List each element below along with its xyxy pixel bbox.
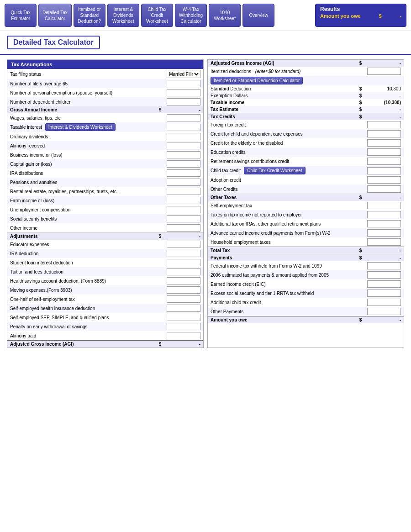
results-value: - xyxy=(400,13,401,19)
other-payments-input[interactable] xyxy=(367,308,401,315)
ira-ded-input[interactable] xyxy=(167,250,200,257)
se-sep-input[interactable] xyxy=(167,314,200,321)
interest-dividends-btn[interactable]: Interest & Dividends Worksheet xyxy=(45,123,116,131)
child-tax-credit-input[interactable] xyxy=(367,167,401,174)
itemized-standard-btn[interactable]: Itemized or Standard Deduction Calculato… xyxy=(211,77,303,84)
ordinary-div-input[interactable] xyxy=(167,133,200,140)
self-employ-tax-input[interactable] xyxy=(367,202,401,209)
standard-ded-value: 10,300 xyxy=(364,85,404,92)
right-agi-value: - xyxy=(364,60,404,67)
adjustments-value: - xyxy=(164,233,203,240)
hsa-label: Health savings account deduction. (Form … xyxy=(7,276,144,285)
self-employ-tax-label: Self-employment tax xyxy=(208,201,345,210)
additional-ira-label: Additional tax on IRAs, other qualified … xyxy=(208,219,345,228)
taxable-interest-input[interactable] xyxy=(167,124,200,131)
other-income-input[interactable] xyxy=(167,224,200,232)
farm-label: Farm income or (loss) xyxy=(7,196,144,205)
tip-income-input[interactable] xyxy=(367,211,401,218)
advance-eic-input[interactable] xyxy=(367,229,401,237)
tab-1040[interactable]: 1040 Worksheet xyxy=(209,4,241,27)
social-security-label: Social security benefits xyxy=(7,214,144,223)
filing-status-select[interactable]: Married Filing Jointly xyxy=(167,70,200,78)
business-income-label: Business income or (loss) xyxy=(7,150,144,159)
farm-input[interactable] xyxy=(167,197,200,204)
alimony-rcv-label: Alimony received xyxy=(7,141,144,150)
payments-header: Payments xyxy=(208,254,345,262)
dependents-input[interactable] xyxy=(167,98,200,105)
tab-w4[interactable]: W-4 Tax Withholding Calculator xyxy=(175,4,207,27)
other-taxes-dollar: $ xyxy=(345,194,364,201)
excess-ss-label: Excess social security and tier 1 RRTA t… xyxy=(208,289,345,298)
taxable-income-dollar: $ xyxy=(345,99,364,106)
child-tax-credit-btn[interactable]: Child Tax Credit Worksheet xyxy=(244,167,306,174)
unemployment-input[interactable] xyxy=(167,206,200,213)
social-security-input[interactable] xyxy=(167,215,200,222)
advance-eic-label: Advance earned income credit payments fr… xyxy=(208,228,345,237)
tab-interest[interactable]: Interest & Dividends Worksheet xyxy=(107,4,139,27)
dependents-label: Number of dependent children xyxy=(7,97,144,106)
child-dep-care-input[interactable] xyxy=(367,130,401,137)
household-emp-input[interactable] xyxy=(367,238,401,246)
tuition-input[interactable] xyxy=(167,268,200,275)
tab-child-tax[interactable]: Child Tax Credit Worksheet xyxy=(141,4,173,27)
se-health-input[interactable] xyxy=(167,305,200,312)
exemptions-input[interactable] xyxy=(167,89,200,96)
wages-label: Wages, salaries, tips, etc xyxy=(7,113,144,122)
page-title-area: Detailed Tax Calculator xyxy=(0,31,411,55)
left-agi-label: Adjusted Gross Income (AGI) xyxy=(7,341,144,348)
wages-input[interactable] xyxy=(167,114,200,121)
pensions-label: Pensions and annuities xyxy=(7,178,144,187)
penalty-input[interactable] xyxy=(167,323,200,330)
penalty-label: Penalty on early withdrawal of savings xyxy=(7,322,144,331)
education-credits-input[interactable] xyxy=(367,148,401,156)
age65-label: Number of filers over age 65 xyxy=(7,79,144,88)
hsa-input[interactable] xyxy=(167,277,200,284)
tab-detailed-tax[interactable]: Detailed Tax Calculator xyxy=(38,4,72,27)
itemized-input[interactable] xyxy=(367,68,401,75)
eic-input[interactable] xyxy=(367,280,401,288)
other-taxes-value: - xyxy=(364,194,404,201)
amount-owe-label: Amount you owe xyxy=(208,316,345,324)
standard-ded-label: Standard Deduction xyxy=(208,85,345,92)
tab-quick-tax[interactable]: Quick Tax Estimator xyxy=(5,4,37,27)
ira-dist-input[interactable] xyxy=(167,169,200,177)
alimony-paid-input[interactable] xyxy=(167,332,200,339)
pensions-input[interactable] xyxy=(167,179,200,186)
exemption-dollars-label: Exemption Dollars xyxy=(208,92,345,99)
alimony-rcv-input[interactable] xyxy=(167,142,200,149)
retirement-savings-input[interactable] xyxy=(367,158,401,165)
rental-input[interactable] xyxy=(167,188,200,195)
alimony-paid-label: Alimony paid xyxy=(7,331,144,341)
se-sep-label: Self-employed SEP, SIMPLE, and qualified… xyxy=(7,313,144,322)
excess-ss-input[interactable] xyxy=(367,290,401,297)
retirement-savings-label: Retirement savings contributions credit xyxy=(208,157,345,166)
educator-input[interactable] xyxy=(167,241,200,248)
moving-label: Moving expenses.(Form 3903) xyxy=(7,285,144,295)
half-se-label: One-half of self-employment tax xyxy=(7,295,144,304)
half-se-input[interactable] xyxy=(167,295,200,303)
federal-withheld-label: Federal income tax withheld from Forms W… xyxy=(208,261,345,270)
capital-gain-input[interactable] xyxy=(167,160,200,168)
tax-credits-value: - xyxy=(364,113,404,121)
elderly-input[interactable] xyxy=(367,139,401,147)
gross-income-value: - xyxy=(164,106,203,113)
tab-overview[interactable]: Overview xyxy=(242,4,274,27)
moving-input[interactable] xyxy=(167,286,200,294)
federal-withheld-input[interactable] xyxy=(367,262,401,269)
adjustments-dollar: $ xyxy=(144,233,164,240)
other-income-label: Other income xyxy=(7,223,144,233)
child-dep-care-label: Credit for child and dependent care expe… xyxy=(208,129,345,138)
tab-itemized[interactable]: Itemized or Standard Deduction? xyxy=(74,4,105,27)
other-credits-input[interactable] xyxy=(367,185,401,193)
student-loan-input[interactable] xyxy=(167,259,200,266)
exemptions-label: Number of personal exemptions (spouse, y… xyxy=(7,88,144,97)
additional-ira-input[interactable] xyxy=(367,220,401,227)
adoption-credit-input[interactable] xyxy=(367,176,401,184)
estimated-2006-input[interactable] xyxy=(367,271,401,279)
age65-input[interactable] xyxy=(167,80,200,87)
business-income-input[interactable] xyxy=(167,151,200,158)
educator-label: Educator expenses xyxy=(7,240,144,249)
eic-label: Earned income credit (EIC) xyxy=(208,279,345,289)
additional-child-tc-input[interactable] xyxy=(367,299,401,306)
foreign-tax-input[interactable] xyxy=(367,121,401,128)
